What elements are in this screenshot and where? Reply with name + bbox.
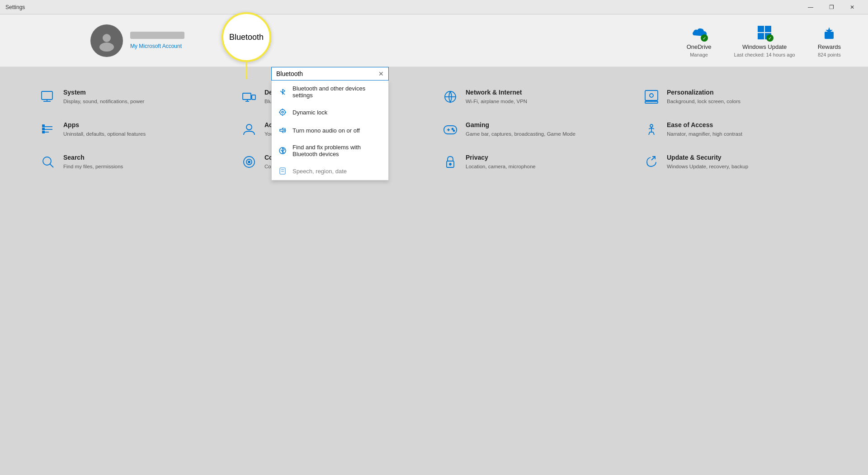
dynamic-lock-icon	[278, 108, 287, 117]
privacy-desc: Location, camera, microphone	[466, 163, 536, 170]
rewards-label: Rewards	[818, 43, 841, 50]
privacy-icon	[442, 154, 458, 170]
search-title: Search	[63, 154, 123, 161]
search-input[interactable]	[276, 70, 376, 77]
update-icon	[643, 154, 660, 170]
system-desc: Display, sound, notifications, power	[63, 98, 144, 105]
svg-rect-2	[758, 26, 764, 32]
settings-item-apps[interactable]: Apps Uninstall, defaults, optional featu…	[36, 118, 228, 141]
apps-title: Apps	[63, 121, 146, 128]
gaming-icon	[442, 121, 458, 138]
svg-rect-3	[765, 26, 771, 32]
onedrive-sublabel: Manage	[690, 52, 708, 57]
windows-update-sublabel: Last checked: 14 hours ago	[734, 52, 795, 57]
settings-item-update[interactable]: Update & Security Windows Update, recove…	[640, 150, 832, 174]
dropdown-item-partial-label: Speech, region, date	[292, 168, 347, 175]
dropdown-item-mono-audio[interactable]: Turn mono audio on or off	[272, 121, 388, 139]
network-title: Network & Internet	[466, 89, 527, 96]
personalization-text: Personalization Background, lock screen,…	[667, 89, 741, 105]
minimize-button[interactable]: —	[800, 0, 821, 14]
settings-item-system[interactable]: System Display, sound, notifications, po…	[36, 85, 228, 109]
bluetooth-icon	[278, 87, 287, 96]
accounts-icon	[241, 121, 257, 138]
quick-access-bar: ✓ OneDrive Manage ✓ Windows Update Last …	[687, 24, 841, 57]
update-desc: Windows Update, recovery, backup	[667, 163, 748, 170]
apps-icon	[40, 121, 56, 138]
settings-item-network[interactable]: Network & Internet Wi-Fi, airplane mode,…	[439, 85, 631, 109]
dropdown-item-fix-bluetooth[interactable]: Find and fix problems with Bluetooth dev…	[272, 139, 388, 162]
rewards-sublabel: 824 points	[818, 52, 841, 57]
dropdown-item-mono-audio-label: Turn mono audio on or off	[292, 127, 360, 134]
ease-text: Ease of Access Narrator, magnifier, high…	[667, 121, 742, 138]
settings-item-ease[interactable]: Ease of Access Narrator, magnifier, high…	[640, 118, 832, 141]
system-icon	[40, 89, 56, 105]
cortana-icon	[241, 154, 257, 170]
search-bubble-text: Bluetooth	[229, 33, 264, 42]
rewards-icon-container	[820, 24, 838, 42]
svg-point-8	[282, 111, 283, 113]
app-title: Settings	[5, 4, 25, 10]
update-text: Update & Security Windows Update, recove…	[667, 154, 748, 170]
svg-point-29	[650, 94, 653, 97]
svg-rect-14	[280, 168, 285, 174]
svg-rect-33	[42, 125, 44, 127]
avatar[interactable]	[90, 24, 123, 57]
svg-rect-35	[42, 131, 44, 133]
dropdown-item-bluetooth-devices-label: Bluetooth and other devices settings	[292, 85, 382, 99]
settings-item-search[interactable]: Search Find my files, permissions	[36, 150, 228, 174]
gaming-text: Gaming Game bar, captures, broadcasting,…	[466, 121, 576, 138]
fix-bluetooth-icon	[278, 146, 287, 155]
svg-line-44	[50, 164, 53, 167]
window-controls: — ❐ ✕	[800, 0, 863, 14]
svg-point-49	[449, 163, 451, 165]
close-button[interactable]: ✕	[842, 0, 863, 14]
network-text: Network & Internet Wi-Fi, airplane mode,…	[466, 89, 527, 105]
clear-search-icon[interactable]: ✕	[378, 70, 384, 77]
personalization-icon	[643, 89, 660, 105]
settings-grid: System Display, sound, notifications, po…	[0, 67, 868, 192]
svg-point-47	[248, 161, 250, 163]
network-desc: Wi-Fi, airplane mode, VPN	[466, 98, 527, 105]
svg-rect-20	[243, 93, 251, 100]
windows-update-check-badge: ✓	[766, 34, 774, 42]
header-area: My Microsoft Account Bluetooth ✓ OneDriv…	[0, 14, 868, 67]
privacy-title: Privacy	[466, 154, 536, 161]
svg-rect-27	[645, 90, 658, 100]
search-desc: Find my files, permissions	[63, 163, 123, 170]
ease-title: Ease of Access	[667, 121, 742, 128]
svg-point-0	[103, 34, 111, 42]
network-icon	[442, 89, 458, 105]
privacy-text: Privacy Location, camera, microphone	[466, 154, 536, 170]
devices-icon	[241, 89, 257, 105]
mono-audio-icon	[278, 126, 287, 135]
quick-item-rewards[interactable]: Rewards 824 points	[818, 24, 841, 57]
personalization-desc: Background, lock screen, colors	[667, 98, 741, 105]
search-dropdown-list: Bluetooth and other devices settings Dyn…	[271, 81, 389, 180]
svg-point-36	[246, 124, 252, 130]
quick-item-windows-update[interactable]: ✓ Windows Update Last checked: 14 hours …	[734, 24, 795, 57]
rewards-icon	[820, 24, 838, 42]
svg-point-1	[99, 43, 114, 52]
microsoft-account-link[interactable]: My Microsoft Account	[130, 43, 182, 49]
ease-desc: Narrator, magnifier, high contrast	[667, 130, 742, 138]
dropdown-item-dynamic-lock-label: Dynamic lock	[292, 109, 327, 116]
user-section: My Microsoft Account	[90, 24, 184, 57]
svg-rect-17	[42, 91, 52, 100]
search-box[interactable]: ✕	[271, 67, 389, 81]
settings-item-privacy[interactable]: Privacy Location, camera, microphone	[439, 150, 631, 174]
quick-item-onedrive[interactable]: ✓ OneDrive Manage	[687, 24, 712, 57]
title-bar: Settings — ❐ ✕	[0, 0, 868, 14]
apps-text: Apps Uninstall, defaults, optional featu…	[63, 121, 146, 138]
dropdown-item-bluetooth-devices[interactable]: Bluetooth and other devices settings	[272, 81, 388, 103]
svg-point-40	[452, 128, 453, 130]
update-title: Update & Security	[667, 154, 748, 161]
restore-button[interactable]: ❐	[821, 0, 842, 14]
avatar-icon	[96, 30, 118, 52]
dropdown-item-dynamic-lock[interactable]: Dynamic lock	[272, 103, 388, 121]
svg-rect-28	[645, 101, 658, 103]
settings-item-personalization[interactable]: Personalization Background, lock screen,…	[640, 85, 832, 109]
settings-item-gaming[interactable]: Gaming Game bar, captures, broadcasting,…	[439, 118, 631, 141]
dropdown-item-fix-bluetooth-label: Find and fix problems with Bluetooth dev…	[292, 144, 382, 157]
onedrive-icon-container: ✓	[690, 24, 708, 42]
gaming-title: Gaming	[466, 121, 576, 128]
